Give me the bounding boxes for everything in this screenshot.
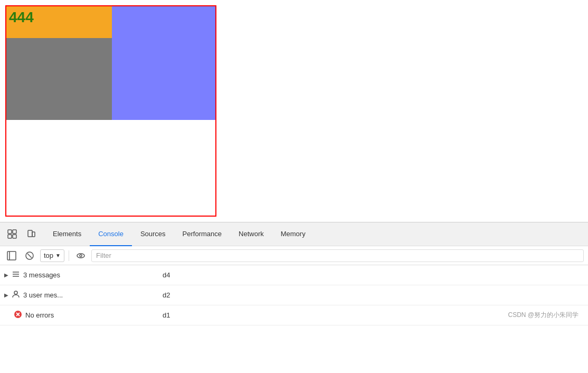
sidebar-toggle-button[interactable] [4,248,19,263]
toolbar-divider [69,250,69,261]
orange-box-label: 444 [9,9,34,26]
console-row-errors[interactable]: No errors d1 CSDN @努力的小朱同学 [0,305,588,325]
filter-input[interactable] [91,249,584,262]
svg-point-15 [14,291,17,294]
user-messages-value-d2: d2 [157,291,584,299]
devtools-panel: Elements Console Sources Performance Net… [0,222,588,373]
console-left-messages: ▶ 3 messages [4,270,157,280]
svg-rect-5 [32,232,35,237]
tab-network[interactable]: Network [230,222,272,246]
console-row-messages[interactable]: ▶ 3 messages d4 [0,265,588,285]
svg-rect-3 [13,235,16,238]
messages-label: 3 messages [23,271,60,279]
watermark: CSDN @努力的小朱同学 [508,311,584,320]
svg-rect-6 [7,251,16,260]
device-toolbar-button[interactable] [23,226,39,242]
tab-sources[interactable]: Sources [132,222,174,246]
tab-bar: Elements Console Sources Performance Net… [0,222,588,246]
tab-icon-group [4,226,39,242]
tab-console[interactable]: Console [90,222,132,246]
user-messages-label: 3 user mes... [23,291,63,299]
expand-arrow-user[interactable]: ▶ [4,292,8,298]
console-left-user: ▶ 3 user mes... [4,290,157,300]
expand-arrow-messages[interactable]: ▶ [4,272,8,278]
orange-box: 444 [6,6,112,38]
console-toolbar: top ▼ [0,246,588,265]
tab-performance[interactable]: Performance [174,222,230,246]
preview-area: 444 [0,0,588,222]
console-row-user-messages[interactable]: ▶ 3 user mes... d2 [0,285,588,305]
svg-rect-1 [13,230,16,234]
svg-rect-4 [28,230,32,237]
svg-point-11 [80,255,82,257]
chevron-down-icon: ▼ [55,253,61,258]
no-errors-label: No errors [25,311,54,319]
context-label: top [44,251,53,259]
blue-box [112,6,216,120]
eye-icon-button[interactable] [73,248,88,263]
messages-value-d4: d4 [157,271,584,279]
svg-rect-2 [8,235,12,238]
svg-point-10 [77,254,84,258]
tab-memory[interactable]: Memory [272,222,314,246]
clear-console-button[interactable] [22,248,37,263]
no-errors-value-d1: d1 [157,311,508,319]
user-icon [12,290,20,300]
svg-rect-0 [8,230,12,234]
console-messages: ▶ 3 messages d4 ▶ [0,265,588,373]
list-icon [12,270,20,280]
tab-elements[interactable]: Elements [44,222,90,246]
context-selector[interactable]: top ▼ [40,249,64,262]
preview-canvas: 444 [5,5,216,217]
svg-line-9 [27,254,32,258]
inspect-element-button[interactable] [4,226,20,242]
error-icon [14,310,22,320]
console-left-errors: No errors [4,310,157,320]
